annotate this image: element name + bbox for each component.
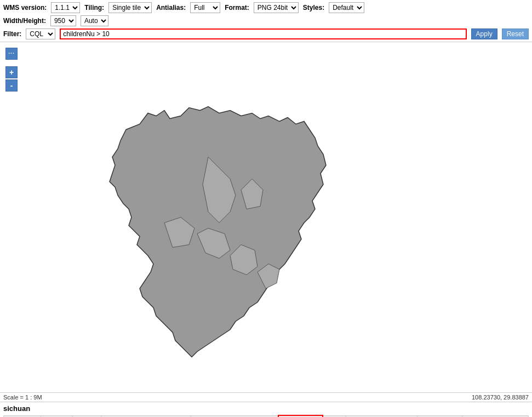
coordinates-text: 108.23730, 29.83887 xyxy=(472,394,529,401)
width-select[interactable]: 950 800 600 xyxy=(50,15,76,26)
styles-label: Styles: xyxy=(303,4,324,12)
toolbar: WMS version: 1.1.1 1.3.0 Tiling: Single … xyxy=(0,0,532,42)
scale-bar: Scale = 1 : 9M 108.23730, 29.83887 xyxy=(0,393,532,402)
antialias-label: Antialias: xyxy=(156,4,186,12)
reset-button[interactable]: Reset xyxy=(502,28,529,39)
antialias-select[interactable]: Full None Text xyxy=(190,2,220,13)
map-svg xyxy=(0,42,532,392)
table-section: sichuan fid adcode name center centroid … xyxy=(0,402,532,417)
apply-button[interactable]: Apply xyxy=(471,28,497,39)
height-select[interactable]: Auto 500 600 700 xyxy=(81,15,108,26)
toolbar-row-3: Filter: CQL OGC Apply Reset xyxy=(3,28,529,39)
format-select[interactable]: PNG 24bit PNG 8bit JPEG xyxy=(254,2,299,13)
map-container[interactable]: ··· + - xyxy=(0,42,532,393)
tiling-label: Tiling: xyxy=(84,4,104,12)
filter-type-select[interactable]: CQL OGC xyxy=(26,28,55,39)
scale-text: Scale = 1 : 9M xyxy=(3,394,42,401)
width-height-label: Width/Height: xyxy=(3,17,46,25)
toolbar-row-2: Width/Height: 950 800 600 Auto 500 600 7… xyxy=(3,15,529,26)
filter-label: Filter: xyxy=(3,30,21,38)
toolbar-row-1: WMS version: 1.1.1 1.3.0 Tiling: Single … xyxy=(3,2,529,13)
data-table: fid adcode name center centroid children… xyxy=(3,415,529,417)
table-title: sichuan xyxy=(3,404,529,413)
tiling-select[interactable]: Single tile Tiled xyxy=(108,2,152,13)
format-label: Format: xyxy=(225,4,249,12)
sichuan-region xyxy=(110,107,326,357)
filter-input[interactable] xyxy=(60,28,466,39)
styles-select[interactable]: Default xyxy=(329,2,364,13)
wms-version-label: WMS version: xyxy=(3,4,47,12)
wms-version-select[interactable]: 1.1.1 1.3.0 xyxy=(51,2,80,13)
